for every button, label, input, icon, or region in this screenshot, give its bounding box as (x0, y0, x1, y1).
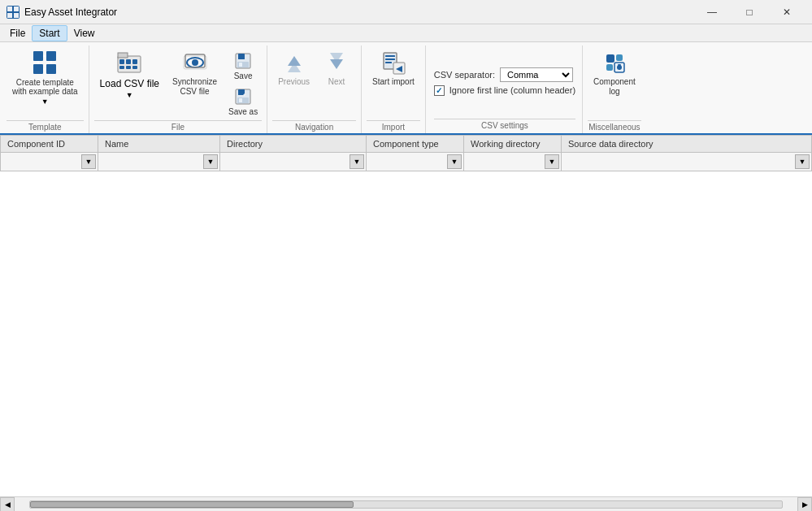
svg-rect-2 (7, 13, 12, 18)
col-header-source-data-directory[interactable]: Source data directory (562, 136, 812, 153)
ribbon-group-template: Create template with example data ▼ Temp… (3, 45, 89, 133)
filter-dropdown-wdir[interactable]: ▼ (545, 154, 559, 169)
filter-name[interactable]: ▼ (98, 153, 220, 171)
next-button[interactable]: Next (317, 45, 356, 89)
col-header-component-type[interactable]: Component type (367, 136, 464, 153)
svg-text:+: + (243, 92, 246, 97)
filter-source-data-directory[interactable]: ▼ (562, 153, 812, 171)
filter-dropdown-dir[interactable]: ▼ (350, 154, 364, 169)
csv-separator-select[interactable]: Comma Semicolon Tab Pipe (500, 67, 573, 82)
scroll-left-button[interactable]: ◀ (0, 497, 15, 512)
save-as-label: Save as (228, 107, 258, 116)
previous-label: Previous (278, 77, 310, 87)
col-header-component-id[interactable]: Component ID (1, 136, 98, 153)
svg-rect-19 (132, 66, 137, 69)
create-template-label: Create template with example data (12, 78, 78, 96)
svg-rect-25 (238, 54, 245, 59)
svg-rect-45 (606, 64, 613, 71)
save-as-icon: + (233, 87, 253, 106)
scrollbar-thumb[interactable] (30, 501, 354, 508)
save-label: Save (234, 71, 253, 80)
start-import-label: Start import (372, 77, 415, 87)
filter-component-id[interactable]: ▼ (1, 153, 98, 171)
svg-rect-31 (239, 98, 242, 102)
window-controls: — □ ✕ (693, 0, 805, 24)
app-icon (7, 6, 20, 19)
next-label: Next (328, 77, 345, 87)
menu-start[interactable]: Start (32, 25, 67, 41)
table-filter-row: ▼ ▼ ▼ ▼ (1, 153, 812, 171)
filter-component-type[interactable]: ▼ (367, 153, 464, 171)
svg-point-21 (192, 59, 198, 66)
menu-view[interactable]: View (67, 26, 102, 41)
template-group-label: Template (7, 120, 84, 133)
ribbon-group-misc: Component log Miscellaneous (584, 45, 646, 133)
previous-button[interactable]: Previous (272, 45, 315, 89)
load-csv-button[interactable]: Load CSV file ▼ (94, 45, 165, 101)
svg-rect-43 (606, 54, 614, 63)
ribbon-group-file: Load CSV file ▼ (91, 45, 268, 133)
svg-rect-5 (46, 51, 56, 61)
maximize-button[interactable]: □ (731, 0, 768, 24)
data-table: Component ID Name Directory Component ty… (0, 135, 812, 171)
svg-rect-0 (7, 6, 12, 11)
horizontal-scrollbar: ◀ ▶ (0, 496, 812, 511)
svg-rect-6 (33, 64, 43, 74)
col-header-working-directory[interactable]: Working directory (464, 136, 562, 153)
start-import-button[interactable]: Start import (367, 45, 420, 89)
minimize-button[interactable]: — (693, 0, 731, 24)
sync-csv-button[interactable]: Synchronize CSV file (167, 45, 223, 99)
table-container: Component ID Name Directory Component ty… (0, 135, 812, 496)
scrollbar-track[interactable] (29, 500, 783, 509)
svg-rect-16 (132, 59, 137, 64)
svg-rect-27 (239, 63, 242, 67)
sync-csv-icon (182, 50, 208, 76)
create-template-button[interactable]: Create template with example data ▼ (7, 45, 84, 107)
ignore-first-line-checkbox[interactable] (434, 85, 445, 96)
scroll-right-button[interactable]: ▶ (797, 497, 812, 512)
svg-rect-48 (618, 64, 621, 66)
col-header-name[interactable]: Name (98, 136, 220, 153)
filter-dropdown-sdir[interactable]: ▼ (795, 154, 810, 169)
svg-rect-40 (385, 62, 392, 63)
component-log-label: Component log (593, 77, 636, 97)
load-csv-dropdown[interactable]: ▼ (94, 90, 165, 101)
svg-rect-39 (385, 58, 395, 60)
col-header-directory[interactable]: Directory (220, 136, 367, 153)
menu-file[interactable]: File (3, 26, 32, 41)
next-icon (323, 50, 350, 76)
load-csv-label: Load CSV file (100, 78, 159, 89)
component-log-button[interactable]: Component log (588, 45, 641, 99)
svg-rect-1 (14, 6, 19, 11)
filter-dropdown-id[interactable]: ▼ (81, 154, 96, 169)
filter-dropdown-name[interactable]: ▼ (203, 154, 218, 169)
file-group-label: File (94, 120, 263, 133)
menu-bar: File Start View (0, 24, 812, 42)
misc-group-label: Miscellaneous (588, 120, 641, 133)
ignore-first-line-label: Ignore first line (column header) (449, 85, 575, 95)
previous-icon (281, 50, 307, 76)
close-button[interactable]: ✕ (768, 0, 805, 24)
svg-rect-3 (14, 13, 19, 18)
filter-working-directory[interactable]: ▼ (464, 153, 562, 171)
create-template-dropdown[interactable]: ▼ (7, 97, 84, 107)
save-icon (233, 51, 253, 71)
csv-settings-group: CSV separator: Comma Semicolon Tab Pipe … (428, 45, 583, 133)
save-as-button[interactable]: + Save as (224, 84, 262, 119)
ribbon: Create template with example data ▼ Temp… (0, 42, 812, 135)
load-csv-icon (116, 50, 142, 78)
navigation-group-label: Navigation (272, 120, 356, 133)
svg-rect-4 (33, 51, 43, 61)
app-title: Easy Asset Integrator (24, 6, 693, 18)
svg-rect-44 (616, 54, 623, 61)
svg-rect-17 (119, 66, 124, 69)
filter-directory[interactable]: ▼ (220, 153, 367, 171)
save-button[interactable]: Save (224, 49, 262, 83)
component-log-icon (601, 50, 627, 76)
csv-separator-label: CSV separator: (434, 70, 495, 80)
svg-rect-13 (118, 53, 128, 58)
filter-dropdown-type[interactable]: ▼ (447, 154, 462, 169)
sync-csv-label: Synchronize CSV file (172, 77, 217, 97)
svg-rect-18 (126, 66, 131, 69)
svg-rect-7 (46, 64, 56, 74)
